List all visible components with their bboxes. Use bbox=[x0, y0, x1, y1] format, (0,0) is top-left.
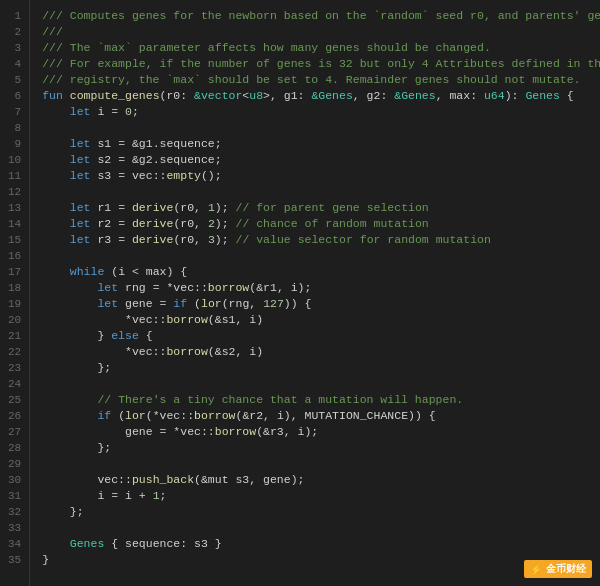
code-token: , g2: bbox=[353, 89, 394, 102]
code-token: (&s2, i) bbox=[208, 345, 263, 358]
line-number: 14 bbox=[8, 216, 21, 232]
code-token: let bbox=[70, 153, 91, 166]
code-token: &Genes bbox=[394, 89, 435, 102]
code-line: }; bbox=[42, 360, 588, 376]
code-token: }; bbox=[42, 505, 83, 518]
code-token: empty bbox=[166, 169, 201, 182]
code-token: i = i + bbox=[42, 489, 152, 502]
line-number: 21 bbox=[8, 328, 21, 344]
line-number: 18 bbox=[8, 280, 21, 296]
code-token: derive bbox=[132, 233, 173, 246]
line-number: 4 bbox=[8, 56, 21, 72]
code-line: } bbox=[42, 552, 588, 568]
code-line: while (i < max) { bbox=[42, 264, 588, 280]
code-token: // value selector for random mutation bbox=[236, 233, 491, 246]
code-token: let bbox=[70, 217, 91, 230]
code-token: ; bbox=[160, 489, 167, 502]
code-token: s1 = &g1.sequence; bbox=[91, 137, 222, 150]
code-line bbox=[42, 456, 588, 472]
code-line: let s1 = &g1.sequence; bbox=[42, 136, 588, 152]
code-line: /// For example, if the number of genes … bbox=[42, 56, 588, 72]
code-token: derive bbox=[132, 217, 173, 230]
code-token: 127 bbox=[263, 297, 284, 310]
code-line: *vec::borrow(&s1, i) bbox=[42, 312, 588, 328]
code-line: let s2 = &g2.sequence; bbox=[42, 152, 588, 168]
code-line bbox=[42, 248, 588, 264]
line-number: 34 bbox=[8, 536, 21, 552]
code-token: )) { bbox=[284, 297, 312, 310]
code-token: compute_genes bbox=[70, 89, 160, 102]
line-number: 23 bbox=[8, 360, 21, 376]
code-line bbox=[42, 520, 588, 536]
line-number: 13 bbox=[8, 200, 21, 216]
code-token: let bbox=[97, 297, 118, 310]
code-token: /// The `max` parameter affects how many… bbox=[42, 41, 491, 54]
code-token: rng = *vec:: bbox=[118, 281, 208, 294]
code-token: /// For example, if the number of genes … bbox=[42, 57, 600, 70]
code-line: vec::push_back(&mut s3, gene); bbox=[42, 472, 588, 488]
code-token: ; bbox=[132, 105, 139, 118]
code-line: Genes { sequence: s3 } bbox=[42, 536, 588, 552]
code-token: if bbox=[173, 297, 187, 310]
line-number: 31 bbox=[8, 488, 21, 504]
code-line: let s3 = vec::empty(); bbox=[42, 168, 588, 184]
code-token bbox=[42, 201, 70, 214]
code-token bbox=[42, 153, 70, 166]
code-token: vec:: bbox=[42, 473, 132, 486]
code-token: borrow bbox=[166, 345, 207, 358]
code-token: }; bbox=[42, 361, 111, 374]
code-token: borrow bbox=[166, 313, 207, 326]
code-token: lor bbox=[201, 297, 222, 310]
code-token: if bbox=[97, 409, 111, 422]
code-token: 1 bbox=[208, 201, 215, 214]
code-token: push_back bbox=[132, 473, 194, 486]
code-line: let r2 = derive(r0, 2); // chance of ran… bbox=[42, 216, 588, 232]
code-token: /// Computes genes for the newborn based… bbox=[42, 9, 600, 22]
line-number: 28 bbox=[8, 440, 21, 456]
line-number: 1 bbox=[8, 8, 21, 24]
watermark-icon: ⚡ bbox=[530, 564, 542, 575]
code-token: &vector bbox=[194, 89, 242, 102]
code-token: ( bbox=[187, 297, 201, 310]
code-content: 1234567891011121314151617181920212223242… bbox=[0, 0, 600, 586]
line-number: 22 bbox=[8, 344, 21, 360]
code-token: (&mut s3, gene); bbox=[194, 473, 304, 486]
code-line: i = i + 1; bbox=[42, 488, 588, 504]
watermark-text: 金币财经 bbox=[546, 562, 586, 576]
code-token: (&r2, i), MUTATION_CHANCE)) { bbox=[236, 409, 436, 422]
code-token: /// bbox=[42, 25, 63, 38]
code-line: /// bbox=[42, 24, 588, 40]
code-token: (); bbox=[201, 169, 222, 182]
code-token: // chance of random mutation bbox=[236, 217, 429, 230]
code-token bbox=[42, 281, 97, 294]
code-token: (&s1, i) bbox=[208, 313, 263, 326]
code-token: u8 bbox=[249, 89, 263, 102]
code-token: ): bbox=[505, 89, 526, 102]
code-line: let rng = *vec::borrow(&r1, i); bbox=[42, 280, 588, 296]
watermark: ⚡ 金币财经 bbox=[524, 560, 592, 578]
line-number: 9 bbox=[8, 136, 21, 152]
code-line: let r3 = derive(r0, 3); // value selecto… bbox=[42, 232, 588, 248]
code-token: // for parent gene selection bbox=[236, 201, 429, 214]
code-token: >, g1: bbox=[263, 89, 311, 102]
code-token: let bbox=[70, 137, 91, 150]
line-number: 15 bbox=[8, 232, 21, 248]
code-token: let bbox=[70, 233, 91, 246]
line-number: 6 bbox=[8, 88, 21, 104]
code-token bbox=[42, 217, 70, 230]
code-token: (r0, bbox=[173, 233, 208, 246]
code-lines[interactable]: /// Computes genes for the newborn based… bbox=[30, 0, 600, 586]
code-token: *vec:: bbox=[42, 313, 166, 326]
line-number: 11 bbox=[8, 168, 21, 184]
code-token: 3 bbox=[208, 233, 215, 246]
code-token: (r0, bbox=[173, 201, 208, 214]
code-token: lor bbox=[125, 409, 146, 422]
code-token: 1 bbox=[153, 489, 160, 502]
code-token: u64 bbox=[484, 89, 505, 102]
code-token: s2 = &g2.sequence; bbox=[91, 153, 222, 166]
code-token: let bbox=[70, 105, 91, 118]
code-line: /// The `max` parameter affects how many… bbox=[42, 40, 588, 56]
line-number: 7 bbox=[8, 104, 21, 120]
code-line: let gene = if (lor(rng, 127)) { bbox=[42, 296, 588, 312]
line-number: 33 bbox=[8, 520, 21, 536]
